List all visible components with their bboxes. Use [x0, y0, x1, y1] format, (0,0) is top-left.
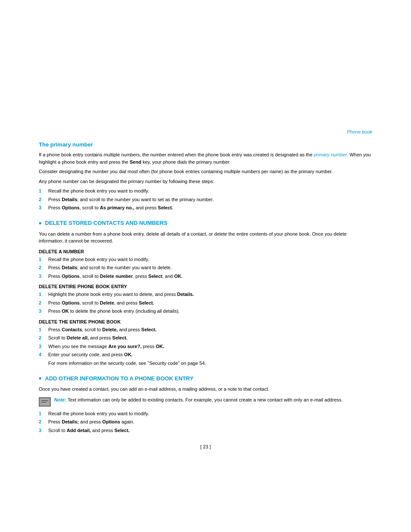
step-item: 4 Enter your security code, and press OK… [39, 351, 372, 358]
add-info-bullet-heading: • ADD OTHER INFORMATION TO A PHONE BOOK … [39, 374, 372, 382]
delete-book-steps: 1 Press Contacts, scroll to Delete, and … [39, 326, 372, 358]
step-item: 3 Press Options, scroll to As primary no… [39, 204, 372, 212]
content-area: Phone book The primary number If a phone… [0, 0, 411, 484]
primary-number-para3: Any phone number can be designated the p… [39, 178, 372, 185]
page: Phone book The primary number If a phone… [0, 0, 411, 532]
page-label: Phone book [347, 129, 372, 134]
delete-section: • DELETE STORED CONTACTS AND NUMBERS You… [39, 219, 372, 367]
primary-number-para2: Consider designating the number you dial… [39, 168, 372, 175]
step-item: 3 Scroll to Add detail, and press Select… [39, 427, 372, 434]
step-item: 2 Press Details; and press Options again… [39, 418, 372, 426]
svg-rect-3 [41, 402, 47, 403]
primary-number-section: The primary number If a phone book entry… [39, 141, 372, 212]
note-icon [39, 397, 51, 407]
step-item: 3 When you see the message Are you sure?… [39, 343, 372, 350]
delete-intro: You can delete a number from a phone boo… [39, 230, 372, 245]
page-footer: [ 23 ] [39, 444, 372, 449]
primary-number-heading: The primary number [39, 141, 372, 148]
note-box: Note: Text information can only be added… [39, 396, 372, 407]
note-text: Note: Text information can only be added… [54, 396, 342, 404]
step-item: 3 Press OK to delete the phone book entr… [39, 308, 372, 315]
delete-number-subheading: DELETE A NUMBER [39, 249, 372, 254]
page-header: Phone book [39, 129, 372, 134]
delete-book-subheading: DELETE THE ENTIRE PHONE BOOK [39, 319, 372, 324]
add-info-steps: 1 Recall the phone book entry you want t… [39, 410, 372, 434]
delete-bullet-heading: • DELETE STORED CONTACTS AND NUMBERS [39, 219, 372, 227]
step-item: 1 Recall the phone book entry you want t… [39, 410, 372, 417]
step-item: 1 Highlight the phone book entry you wan… [39, 291, 372, 298]
step-item: 2 Press Details; and scroll to the numbe… [39, 264, 372, 271]
delete-number-steps: 1 Recall the phone book entry you want t… [39, 256, 372, 280]
primary-number-intro1: If a phone book entry contains multiple … [39, 151, 372, 165]
security-note: For more information on the security cod… [39, 360, 372, 367]
add-info-intro: Once you have created a contact, you can… [39, 386, 372, 393]
delete-entry-steps: 1 Highlight the phone book entry you wan… [39, 291, 372, 315]
primary-number-steps: 1 Recall the phone book entry you want t… [39, 187, 372, 212]
delete-entry-subheading: DELETE ENTIRE PHONE BOOK ENTRY [39, 284, 372, 289]
step-item: 3 Press Options, scroll to Delete number… [39, 273, 372, 280]
step-item: 1 Press Contacts, scroll to Delete, and … [39, 326, 372, 333]
page-number: [ 23 ] [200, 444, 211, 449]
bullet-dot-2: • [39, 374, 41, 382]
step-item: 1 Recall the phone book entry you want t… [39, 187, 372, 195]
svg-rect-2 [41, 400, 48, 401]
add-info-section: • ADD OTHER INFORMATION TO A PHONE BOOK … [39, 374, 372, 434]
note-icon-svg [39, 397, 51, 407]
step-item: 1 Recall the phone book entry you want t… [39, 256, 372, 263]
step-item: 2 Scroll to Delete all, and press Select… [39, 334, 372, 342]
bullet-dot: • [39, 219, 41, 227]
step-item: 2 Press Details; and scroll to the numbe… [39, 196, 372, 203]
step-item: 2 Press Options, scroll to Delete, and p… [39, 299, 372, 307]
